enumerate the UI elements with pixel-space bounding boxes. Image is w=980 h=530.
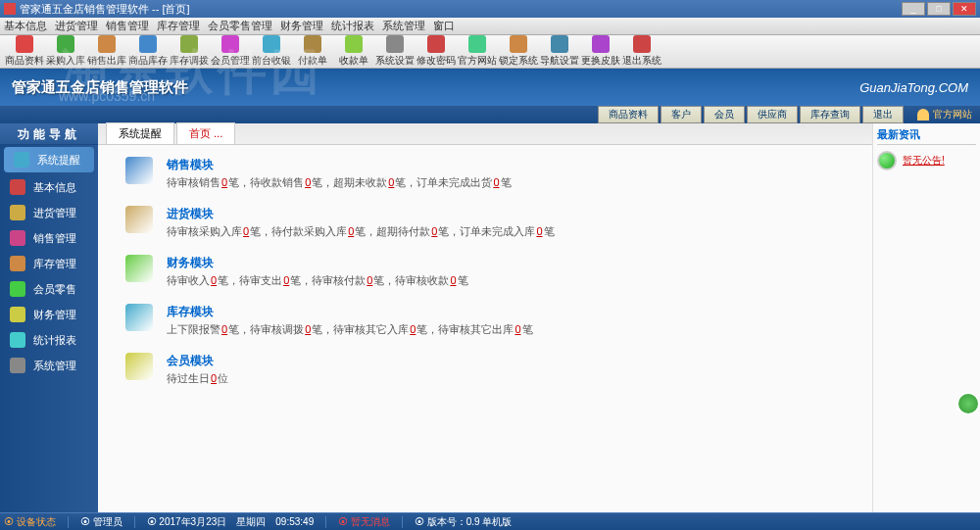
- toolbar-label: 导航设置: [540, 54, 579, 68]
- menu-item[interactable]: 销售管理: [106, 19, 149, 33]
- toolbar: 商品资料采购入库销售出库商品库存库存调拨会员管理前台收银付款单收款单系统设置修改…: [0, 35, 980, 69]
- header-banner: 淘东软件园 www.pc0359.cn 管家通五金店销售管理软件 GuanJia…: [0, 69, 980, 106]
- sidebar-item[interactable]: 进货管理: [0, 200, 98, 225]
- close-button[interactable]: ✕: [953, 2, 976, 16]
- sidebar-item[interactable]: 会员零售: [0, 276, 98, 302]
- sidebar-item[interactable]: 财务管理: [0, 302, 98, 327]
- toolbar-button[interactable]: 前台收银: [251, 35, 292, 68]
- module-desc: 待审核销售0笔，待收款销售0笔，超期未收款0笔，订单未完成出货0笔: [167, 175, 845, 190]
- count-link[interactable]: 0: [211, 274, 217, 286]
- sidebar-item-label: 系统管理: [33, 359, 76, 373]
- module-desc: 待过生日0位: [167, 371, 845, 386]
- toolbar-label: 系统设置: [375, 54, 415, 68]
- sidebar-item[interactable]: 统计报表: [0, 327, 98, 353]
- quicknav-button[interactable]: 库存查询: [800, 106, 860, 123]
- menu-item[interactable]: 库存管理: [157, 19, 200, 33]
- status-item: ⦿ 版本号：0.9 单机版: [415, 515, 512, 529]
- count-link[interactable]: 0: [493, 176, 499, 188]
- brand-url: GuanJiaTong.COM: [859, 80, 968, 95]
- sidebar-icon: [10, 332, 25, 348]
- count-link[interactable]: 0: [221, 323, 227, 335]
- tab[interactable]: 首页 ...: [176, 122, 235, 144]
- toolbar-button[interactable]: 更换皮肤: [580, 35, 621, 68]
- count-link[interactable]: 0: [536, 225, 542, 237]
- count-link[interactable]: 0: [431, 225, 437, 237]
- module-title: 库存模块: [167, 304, 845, 320]
- status-separator: [402, 516, 403, 528]
- module-row: 销售模块待审核销售0笔，待收款销售0笔，超期未收款0笔，订单未完成出货0笔: [125, 157, 845, 190]
- quicknav-link[interactable]: 官方网站: [917, 108, 972, 121]
- count-link[interactable]: 0: [410, 323, 416, 335]
- sidebar-icon: [14, 152, 29, 168]
- toolbar-label: 退出系统: [622, 54, 662, 68]
- toolbar-icon: [139, 35, 157, 53]
- sidebar-item[interactable]: 系统管理: [0, 353, 98, 378]
- toolbar-button[interactable]: 商品资料: [4, 35, 45, 68]
- toolbar-button[interactable]: 锁定系统: [498, 35, 539, 68]
- status-separator: [134, 516, 135, 528]
- sidebar-item-label: 进货管理: [33, 206, 76, 220]
- toolbar-button[interactable]: 采购入库: [45, 35, 86, 68]
- toolbar-button[interactable]: 商品库存: [127, 35, 169, 68]
- count-link[interactable]: 0: [305, 176, 311, 188]
- module-desc: 上下限报警0笔，待审核调拨0笔，待审核其它入库0笔，待审核其它出库0笔: [167, 322, 845, 337]
- toolbar-icon: [304, 35, 321, 53]
- menu-item[interactable]: 系统管理: [382, 19, 425, 33]
- count-link[interactable]: 0: [305, 323, 311, 335]
- sidebar-item[interactable]: 库存管理: [0, 251, 98, 276]
- toolbar-button[interactable]: 退出系统: [621, 35, 662, 68]
- toolbar-icon: [180, 35, 198, 53]
- status-item: ⦿ 设备状态: [4, 515, 56, 529]
- sidebar-header: 功能导航: [0, 123, 98, 145]
- quicknav-button[interactable]: 供应商: [747, 106, 798, 123]
- count-link[interactable]: 0: [367, 274, 372, 286]
- menu-item[interactable]: 会员零售管理: [208, 19, 272, 33]
- quicknav-button[interactable]: 客户: [661, 106, 702, 123]
- main-layout: 功能导航 系统提醒基本信息进货管理销售管理库存管理会员零售财务管理统计报表系统管…: [0, 123, 980, 512]
- toolbar-icon: [221, 35, 239, 53]
- float-help-button[interactable]: [956, 392, 980, 415]
- sidebar-item-label: 会员零售: [33, 282, 76, 297]
- toolbar-button[interactable]: 导航设置: [539, 35, 580, 68]
- toolbar-button[interactable]: 修改密码: [416, 35, 457, 68]
- count-link[interactable]: 0: [450, 274, 456, 286]
- news-item: 暂无公告!: [877, 151, 976, 170]
- menu-item[interactable]: 统计报表: [331, 19, 374, 33]
- count-link[interactable]: 0: [388, 176, 394, 188]
- count-link[interactable]: 0: [211, 372, 217, 384]
- sidebar-item[interactable]: 基本信息: [0, 174, 98, 200]
- toolbar-label: 采购入库: [46, 54, 85, 68]
- quick-nav: 商品资料客户会员供应商库存查询退出官方网站: [0, 106, 980, 123]
- count-link[interactable]: 0: [221, 176, 227, 188]
- count-link[interactable]: 0: [283, 274, 289, 286]
- toolbar-label: 库存调拨: [170, 54, 209, 68]
- count-link[interactable]: 0: [514, 323, 520, 335]
- menu-item[interactable]: 进货管理: [55, 19, 98, 33]
- toolbar-icon: [592, 35, 610, 53]
- minimize-button[interactable]: _: [902, 2, 925, 16]
- toolbar-button[interactable]: 销售出库: [86, 35, 127, 68]
- menu-item[interactable]: 基本信息: [4, 19, 47, 33]
- toolbar-button[interactable]: 系统设置: [374, 35, 416, 68]
- toolbar-button[interactable]: 收款单: [333, 35, 374, 68]
- quicknav-button[interactable]: 退出: [862, 106, 904, 123]
- sidebar-item[interactable]: 系统提醒: [4, 147, 94, 172]
- maximize-button[interactable]: □: [927, 2, 951, 16]
- toolbar-label: 前台收银: [252, 54, 291, 68]
- toolbar-label: 更换皮肤: [581, 54, 620, 68]
- status-item: ⦿ 2017年3月23日 星期四 09:53:49: [147, 515, 315, 529]
- count-link[interactable]: 0: [348, 225, 354, 237]
- toolbar-button[interactable]: 会员管理: [210, 35, 251, 68]
- tab[interactable]: 系统提醒: [106, 122, 174, 144]
- toolbar-button[interactable]: 官方网站: [457, 35, 498, 68]
- count-link[interactable]: 0: [243, 225, 249, 237]
- menu-item[interactable]: 财务管理: [280, 19, 323, 33]
- menu-item[interactable]: 窗口: [433, 19, 455, 33]
- toolbar-button[interactable]: 付款单: [292, 35, 333, 68]
- quicknav-button[interactable]: 会员: [704, 106, 745, 123]
- quicknav-button[interactable]: 商品资料: [598, 106, 659, 123]
- sidebar-item[interactable]: 销售管理: [0, 225, 98, 251]
- news-link[interactable]: 暂无公告!: [903, 154, 945, 168]
- modules: 销售模块待审核销售0笔，待收款销售0笔，超期未收款0笔，订单未完成出货0笔进货模…: [98, 145, 872, 512]
- toolbar-button[interactable]: 库存调拨: [169, 35, 210, 68]
